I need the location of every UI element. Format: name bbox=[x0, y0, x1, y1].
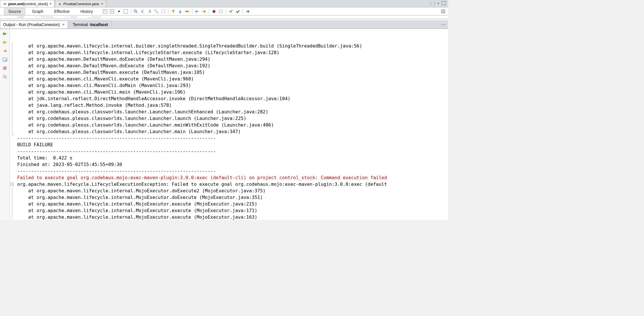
maven-icon: m bbox=[3, 1, 7, 6]
arrow-up-icon[interactable] bbox=[170, 8, 176, 15]
record-icon[interactable] bbox=[211, 8, 217, 15]
svg-point-16 bbox=[3, 75, 5, 77]
svg-rect-2 bbox=[124, 9, 128, 13]
forward-icon[interactable] bbox=[245, 8, 251, 15]
settings-icon[interactable] bbox=[2, 74, 8, 80]
svg-point-17 bbox=[5, 77, 7, 78]
stop-build-icon[interactable] bbox=[2, 65, 8, 71]
find-label: Find: bbox=[17, 15, 24, 19]
close-icon[interactable]: ✕ bbox=[49, 2, 52, 6]
svg-rect-1 bbox=[110, 9, 114, 13]
editor-subtabs: Source Graph Effective History ▾ bbox=[0, 7, 448, 15]
subtab-effective[interactable]: Effective bbox=[50, 8, 73, 15]
svg-rect-15 bbox=[3, 66, 7, 70]
goto-source-icon[interactable] bbox=[2, 56, 8, 63]
maximize-icon[interactable] bbox=[441, 1, 446, 6]
java-class-icon: ◆ bbox=[58, 1, 62, 6]
toolbar-icon[interactable] bbox=[184, 8, 190, 15]
dropdown-icon[interactable]: ▾ bbox=[437, 1, 440, 6]
svg-rect-10 bbox=[219, 10, 222, 13]
svg-rect-7 bbox=[162, 10, 165, 13]
output-tabs: Output - Run (PruebaConexion) ✕ Terminal… bbox=[0, 20, 448, 29]
check-icon[interactable] bbox=[235, 8, 241, 15]
toolbar-icon[interactable] bbox=[123, 8, 129, 15]
tab-label: pom.xml bbox=[8, 2, 23, 6]
editor-toolbar: ▾ bbox=[102, 8, 251, 15]
svg-rect-8 bbox=[185, 11, 189, 12]
toolbar-icon[interactable] bbox=[109, 8, 115, 15]
subtab-history[interactable]: History bbox=[76, 8, 97, 15]
output-tab-run[interactable]: Output - Run (PruebaConexion) ✕ bbox=[0, 21, 68, 28]
tab-label-suffix: [control_stock] bbox=[23, 2, 48, 6]
svg-rect-0 bbox=[103, 9, 107, 13]
svg-rect-5 bbox=[155, 10, 156, 11]
minimize-icon[interactable]: — bbox=[439, 22, 448, 27]
rerun-icon[interactable] bbox=[2, 31, 8, 37]
nav-next-icon[interactable] bbox=[146, 8, 153, 15]
svg-rect-12 bbox=[442, 11, 444, 12]
arrow-left-icon[interactable] bbox=[194, 8, 200, 15]
stop-icon[interactable] bbox=[218, 8, 224, 15]
terminal-prefix: Terminal - bbox=[73, 22, 90, 27]
arrow-down-icon[interactable] bbox=[177, 8, 183, 15]
output-tab-label: Output - Run (PruebaConexion) bbox=[3, 22, 60, 27]
output-body: at org.apache.maven.lifecycle.internal.b… bbox=[0, 29, 448, 220]
output-gutter bbox=[0, 29, 10, 220]
editor-tab-pom[interactable]: m pom.xml [control_stock] ✕ bbox=[0, 0, 54, 7]
find-bar-partial: Find: ⟵ Previous ⟶ Next ▭ Select bbox=[0, 15, 448, 19]
find-select[interactable]: Select bbox=[92, 15, 101, 19]
find-prev[interactable]: Previous bbox=[41, 15, 54, 19]
rerun-fast-icon[interactable] bbox=[2, 39, 8, 46]
editor-tabs: m pom.xml [control_stock] ✕ ◆ PruebaCone… bbox=[0, 0, 448, 7]
tab-label: PruebaConexion.java bbox=[63, 2, 99, 6]
svg-point-14 bbox=[5, 60, 7, 61]
editor-tab-java[interactable]: ◆ PruebaConexion.java ✕ bbox=[55, 0, 106, 7]
close-icon[interactable]: ✕ bbox=[101, 2, 103, 6]
subtab-source[interactable]: Source bbox=[4, 8, 25, 15]
terminal-host: localhost bbox=[90, 22, 108, 27]
svg-rect-6 bbox=[157, 12, 158, 13]
output-tab-terminal[interactable]: Terminal - localhost bbox=[70, 21, 111, 28]
svg-rect-11 bbox=[441, 10, 445, 13]
nav-forward-icon[interactable]: ⟩ bbox=[433, 1, 436, 6]
svg-point-3 bbox=[134, 10, 136, 12]
arrow-right-icon[interactable] bbox=[201, 8, 207, 15]
nav-back-icon[interactable]: ⟨ bbox=[429, 1, 432, 6]
nav-prev-icon[interactable] bbox=[140, 8, 146, 15]
toolbar-icon[interactable] bbox=[102, 8, 108, 15]
find-next[interactable]: Next bbox=[70, 15, 77, 19]
toolbar-icon[interactable] bbox=[153, 8, 160, 15]
toolbar-dropdown-icon[interactable]: ▾ bbox=[116, 8, 122, 15]
svg-point-9 bbox=[213, 10, 215, 13]
close-icon[interactable]: ✕ bbox=[62, 23, 65, 27]
check-down-icon[interactable] bbox=[228, 8, 234, 15]
tab-right-controls: ⟨ ⟩ ▾ bbox=[429, 1, 448, 6]
toolbar-icon[interactable] bbox=[160, 8, 166, 15]
next-error-icon[interactable] bbox=[2, 48, 8, 54]
search-icon[interactable] bbox=[133, 8, 139, 15]
subtab-graph[interactable]: Graph bbox=[28, 8, 47, 15]
svg-line-4 bbox=[136, 12, 138, 13]
expand-icon[interactable] bbox=[440, 8, 446, 15]
console-output[interactable]: at org.apache.maven.lifecycle.internal.b… bbox=[10, 29, 448, 220]
